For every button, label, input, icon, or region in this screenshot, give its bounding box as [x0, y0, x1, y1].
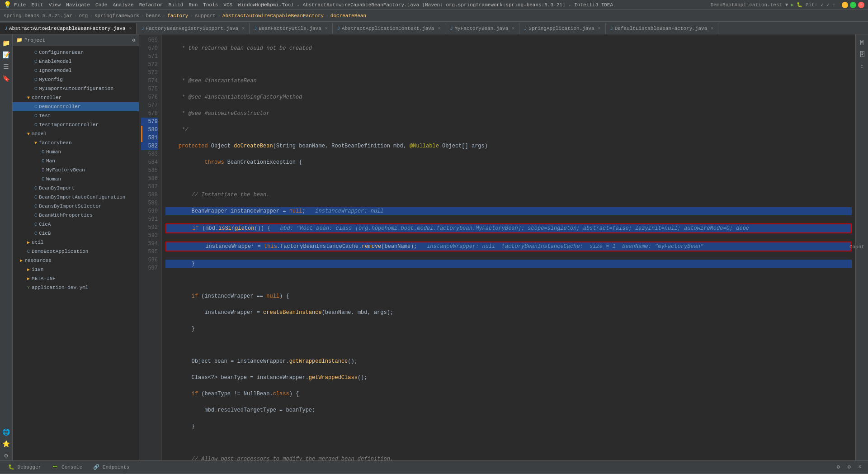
minimize-button[interactable]: −	[842, 2, 848, 8]
menu-refactor[interactable]: Refactor	[139, 2, 163, 8]
tree-ignoremodel[interactable]: C IgnoreModel	[13, 66, 139, 75]
tree-resources[interactable]: ▶ resources	[13, 256, 139, 265]
breadcrumb-item-beans[interactable]: beans	[146, 13, 161, 19]
menu-navigate[interactable]: Navigate	[66, 2, 90, 8]
tab-close-0[interactable]: ×	[129, 26, 132, 31]
folder-icon: ▼	[27, 95, 30, 100]
settings-icon[interactable]: ⚙	[1, 450, 11, 460]
tree-myfactorybean[interactable]: I MyFactoryBean	[13, 166, 139, 175]
code-area[interactable]: 569 570 571 572 573 574 575 576 577 578 …	[139, 34, 855, 460]
tab-close-3[interactable]: ×	[438, 26, 440, 31]
menu-edit[interactable]: Edit	[31, 2, 43, 8]
breadcrumb-item-org[interactable]: org	[79, 13, 88, 19]
tree-beanbyimportauto[interactable]: C BeanByImportAutoConfiguration	[13, 193, 139, 202]
tree-item-label: META-INF	[32, 276, 56, 281]
tree-item-label: ConfigInnerBean	[39, 50, 84, 55]
tree-human[interactable]: C Human	[13, 147, 139, 156]
tab-close-5[interactable]: ×	[598, 26, 601, 31]
menu-run[interactable]: Run	[189, 2, 198, 8]
tab-0[interactable]: J AbstractAutowireCapableBeanFactory.jav…	[0, 23, 137, 34]
title-bar: 💡 File Edit View Navigate Code Analyze R…	[0, 0, 868, 10]
tree-testimportcontroller[interactable]: C TestImportController	[13, 120, 139, 129]
tab-6[interactable]: J DefaultListableBeanFactory.java ×	[606, 23, 719, 34]
tree-util[interactable]: ▶ util	[13, 238, 139, 247]
tree-factorybean[interactable]: ▼ factorybean	[13, 138, 139, 147]
maximize-button[interactable]: □	[850, 2, 856, 8]
tab-close-6[interactable]: ×	[711, 26, 713, 31]
close-bottom-icon[interactable]: ×	[855, 463, 864, 472]
tree-cica[interactable]: C CicA	[13, 220, 139, 229]
close-button[interactable]: ×	[858, 2, 864, 8]
tab-close-4[interactable]: ×	[512, 26, 514, 31]
breadcrumb-item-class[interactable]: AbstractAutowireCapableBeanFactory	[222, 13, 324, 19]
folder-icon: ▼	[27, 132, 30, 137]
tree-i18n[interactable]: ▶ i18n	[13, 265, 139, 274]
class-icon: C	[42, 159, 44, 164]
yaml-icon: Y	[27, 285, 30, 290]
tab-close-2[interactable]: ×	[325, 26, 328, 31]
tree-item-label: Test	[39, 113, 51, 118]
folder-icon: ▶	[20, 258, 23, 263]
tab-3[interactable]: J AbstractApplicationContext.java ×	[333, 23, 446, 34]
tree-item-label: factorybean	[39, 140, 72, 146]
tree-democontroller[interactable]: C DemoController	[13, 102, 139, 111]
breadcrumb-item-support[interactable]: support	[195, 13, 216, 19]
menu-build[interactable]: Build	[168, 2, 183, 8]
menu-file[interactable]: File	[14, 2, 26, 8]
menu-bar[interactable]: File Edit View Navigate Code Analyze Ref…	[14, 2, 273, 8]
tab-4[interactable]: J MyFactoryBean.java ×	[445, 23, 519, 34]
tree-cicb[interactable]: C CicB	[13, 229, 139, 238]
tree-appdevyml[interactable]: Y application-dev.yml	[13, 283, 139, 292]
folder-icon: ▶	[27, 240, 30, 245]
project-settings-icon[interactable]: ⚙	[132, 37, 135, 43]
bookmarks-icon[interactable]: 🔖	[1, 73, 11, 83]
tree-controller[interactable]: ▼ controller	[13, 93, 139, 102]
tab-2[interactable]: J BeanFactoryUtils.java ×	[250, 23, 333, 34]
tree-model[interactable]: ▼ model	[13, 129, 139, 138]
breadcrumb-item-springframework[interactable]: springframework	[94, 13, 139, 19]
tree-woman[interactable]: C Woman	[13, 175, 139, 184]
settings-bottom-icon[interactable]: ⚙	[834, 463, 843, 472]
tree-beansbyimportselector[interactable]: C BeansByImportSelector	[13, 202, 139, 211]
tab-close-1[interactable]: ×	[242, 26, 245, 31]
tab-debugger[interactable]: 🐛 Debugger	[4, 463, 46, 471]
menu-code[interactable]: Code	[95, 2, 107, 8]
menu-window[interactable]: Window	[238, 2, 256, 8]
tree-test[interactable]: C Test	[13, 111, 139, 120]
code-content[interactable]: * the returned bean could not be created…	[162, 34, 855, 460]
project-panel: 📁 Project ⚙ C ConfigInnerBean C EnableMo…	[13, 34, 139, 460]
structure-icon[interactable]: ☰	[1, 62, 11, 71]
class-icon: C	[34, 104, 37, 109]
tree-enablemodel[interactable]: C EnableModel	[13, 57, 139, 66]
database-icon[interactable]: 🗄	[857, 50, 867, 60]
favorites-icon[interactable]: ⭐	[1, 439, 11, 449]
tree-configinnerbean[interactable]: C ConfigInnerBean	[13, 48, 139, 57]
tree-beanbyimport[interactable]: C BeanByImport	[13, 184, 139, 193]
tree-myconfig[interactable]: C MyConfig	[13, 75, 139, 84]
gear-bottom-icon[interactable]: ⚙	[844, 463, 854, 472]
breadcrumb-item-factory[interactable]: factory	[167, 13, 188, 19]
tab-endpoints[interactable]: 🔗 Endpoints	[89, 463, 134, 471]
commit-icon[interactable]: 📝	[1, 50, 11, 60]
tab-1[interactable]: J FactoryBeanRegistrySupport.java ×	[137, 23, 250, 34]
tree-beanwithproperties[interactable]: C BeanWithProperties	[13, 211, 139, 220]
menu-analyze[interactable]: Analyze	[113, 2, 133, 8]
menu-tools[interactable]: Tools	[203, 2, 218, 8]
restservices-icon[interactable]: ↕	[857, 62, 867, 71]
menu-vcs[interactable]: VCS	[223, 2, 232, 8]
class-icon: C	[34, 186, 37, 191]
breadcrumb-item-jar[interactable]: spring-beans-5.3.21.jar	[4, 13, 72, 19]
tab-console[interactable]: 📟 Console	[47, 463, 87, 471]
tab-5[interactable]: J SpringApplication.java ×	[519, 23, 605, 34]
menu-view[interactable]: View	[49, 2, 61, 8]
tree-myimportautoconfig[interactable]: C MyImportAutoConfiguration	[13, 84, 139, 93]
tree-demobootapp[interactable]: C DemoBootApplication	[13, 247, 139, 256]
class-icon: C	[34, 204, 37, 209]
tree-item-label: resources	[24, 258, 51, 263]
breadcrumb-item-method[interactable]: doCreateBean	[330, 13, 366, 19]
tree-man[interactable]: C Man	[13, 156, 139, 166]
project-icon[interactable]: 📁	[1, 38, 11, 48]
web-icon[interactable]: 🌐	[1, 427, 11, 437]
tree-metainf[interactable]: ▶ META-INF	[13, 274, 139, 283]
maven-icon[interactable]: M	[857, 38, 867, 48]
